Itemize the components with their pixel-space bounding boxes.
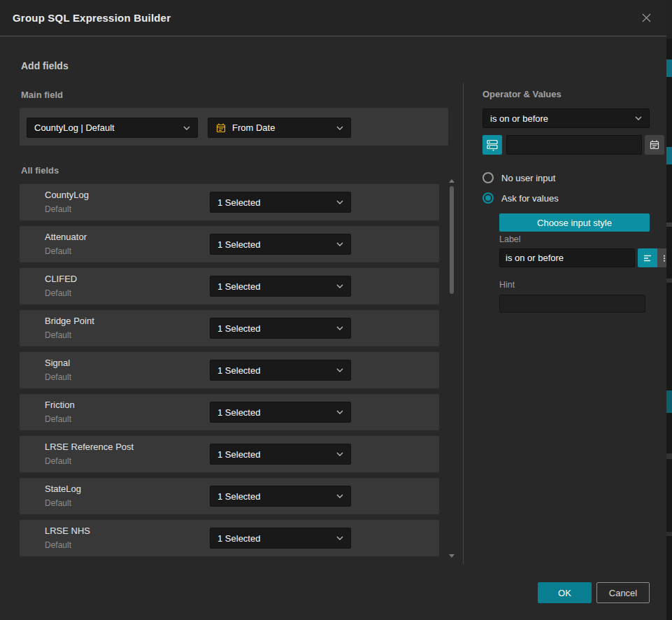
field-row: Friction Default 1 Selected <box>20 394 439 430</box>
field-selected-dropdown[interactable]: 1 Selected <box>210 360 351 381</box>
layer-select[interactable]: CountyLog | Default <box>27 118 198 138</box>
calendar-picker-icon[interactable] <box>645 135 664 155</box>
field-name: Bridge Point <box>45 316 94 326</box>
operator-select-value: is on or before <box>490 113 631 124</box>
field-source-label: Default <box>45 372 71 382</box>
main-field-panel: CountyLog | Default From Date <box>20 108 448 146</box>
field-source-label: Default <box>45 498 71 508</box>
chevron-down-icon <box>336 494 343 498</box>
field-row: StateLog Default 1 Selected <box>20 478 439 514</box>
field-selected-dropdown[interactable]: 1 Selected <box>210 234 351 255</box>
hint-input[interactable] <box>499 295 645 313</box>
field-selected-value: 1 Selected <box>217 281 332 292</box>
dialog-titlebar: Group SQL Expression Builder <box>0 0 666 36</box>
close-icon[interactable] <box>638 10 654 26</box>
label-field-label: Label <box>499 234 521 244</box>
field-row: CLIFED Default 1 Selected <box>20 268 439 304</box>
field-selected-dropdown[interactable]: 1 Selected <box>210 402 351 423</box>
calendar-date-icon <box>215 122 227 134</box>
field-name: Attenuator <box>45 232 87 242</box>
field-row: Signal Default 1 Selected <box>20 352 439 388</box>
chevron-down-icon <box>336 410 343 414</box>
all-fields-heading: All fields <box>21 165 59 176</box>
label-input-row <box>499 248 650 267</box>
chevron-down-icon <box>336 368 343 372</box>
field-selected-value: 1 Selected <box>217 365 332 376</box>
field-row: CountyLog Default 1 Selected <box>20 184 439 220</box>
cancel-button[interactable]: Cancel <box>596 582 650 603</box>
field-name: Friction <box>45 400 75 410</box>
field-name: CountyLog <box>45 190 89 200</box>
scroll-down-arrow-icon[interactable] <box>449 554 455 558</box>
field-selected-value: 1 Selected <box>217 197 332 208</box>
group-sql-expression-builder-dialog: Group SQL Expression Builder Add fields … <box>0 0 666 620</box>
field-row: Attenuator Default 1 Selected <box>20 226 439 262</box>
field-selected-value: 1 Selected <box>217 533 332 544</box>
dialog-title: Group SQL Expression Builder <box>13 12 171 24</box>
value-input-row <box>482 135 650 155</box>
field-name: CLIFED <box>45 274 77 284</box>
main-field-select-value: From Date <box>232 122 332 133</box>
chevron-down-icon <box>336 536 343 540</box>
layer-select-value: CountyLog | Default <box>34 122 179 133</box>
field-selected-dropdown[interactable]: 1 Selected <box>210 528 351 549</box>
field-row: LRSE Reference Post Default 1 Selected <box>20 436 439 472</box>
add-fields-heading: Add fields <box>21 60 69 71</box>
radio-no-user-input-label: No user input <box>501 173 555 183</box>
column-divider <box>463 83 464 564</box>
radio-no-user-input[interactable]: No user input <box>482 172 555 183</box>
field-source-label: Default <box>45 246 71 256</box>
field-source-label: Default <box>45 414 71 424</box>
field-source-label: Default <box>45 456 71 466</box>
ok-button[interactable]: OK <box>538 582 592 603</box>
radio-circle-icon[interactable] <box>482 192 494 204</box>
operator-select[interactable]: is on or before <box>482 108 650 128</box>
scroll-up-arrow-icon[interactable] <box>449 179 455 183</box>
radio-ask-for-values-label: Ask for values <box>501 193 559 204</box>
field-selected-value: 1 Selected <box>217 239 332 250</box>
choose-input-style-button[interactable]: Choose input style <box>499 213 650 232</box>
chevron-down-icon <box>336 126 343 130</box>
main-field-heading: Main field <box>21 90 63 100</box>
field-selected-dropdown[interactable]: 1 Selected <box>210 276 351 297</box>
chevron-down-icon <box>336 326 343 330</box>
chevron-down-icon <box>635 116 642 120</box>
value-date-input[interactable] <box>506 135 642 155</box>
chevron-down-icon <box>336 242 343 246</box>
field-row: Bridge Point Default 1 Selected <box>20 310 439 346</box>
chevron-down-icon <box>336 200 343 204</box>
chevron-down-icon <box>336 284 343 288</box>
field-selected-dropdown[interactable]: 1 Selected <box>210 192 351 213</box>
input-type-icon[interactable] <box>482 135 502 155</box>
field-name: StateLog <box>45 484 81 494</box>
label-input[interactable] <box>499 248 635 267</box>
field-source-label: Default <box>45 204 71 214</box>
field-name: LRSE Reference Post <box>45 442 134 452</box>
all-fields-list: CountyLog Default 1 Selected Attenuator … <box>20 184 439 560</box>
operator-values-heading: Operator & Values <box>482 89 562 99</box>
field-name: LRSE NHS <box>45 526 90 536</box>
field-name: Signal <box>45 358 70 368</box>
chevron-down-icon <box>183 126 190 130</box>
field-selected-dropdown[interactable]: 1 Selected <box>210 444 351 465</box>
main-field-select[interactable]: From Date <box>208 118 351 138</box>
field-row: LRSE NHS Default 1 Selected <box>20 520 439 556</box>
field-selected-value: 1 Selected <box>217 491 332 502</box>
field-source-label: Default <box>45 540 71 550</box>
field-selected-value: 1 Selected <box>217 407 332 418</box>
list-scrollbar[interactable] <box>450 186 454 294</box>
field-source-label: Default <box>45 288 71 298</box>
field-selected-value: 1 Selected <box>217 323 332 334</box>
field-source-label: Default <box>45 330 71 340</box>
chevron-down-icon <box>336 452 343 456</box>
radio-circle-icon[interactable] <box>482 172 494 183</box>
field-selected-dropdown[interactable]: 1 Selected <box>210 486 351 507</box>
radio-ask-for-values[interactable]: Ask for values <box>482 192 559 204</box>
align-left-icon[interactable] <box>638 248 657 267</box>
background-page-sliver <box>666 0 672 620</box>
field-selected-dropdown[interactable]: 1 Selected <box>210 318 351 339</box>
hint-field-label: Hint <box>499 280 515 290</box>
field-selected-value: 1 Selected <box>217 449 332 460</box>
